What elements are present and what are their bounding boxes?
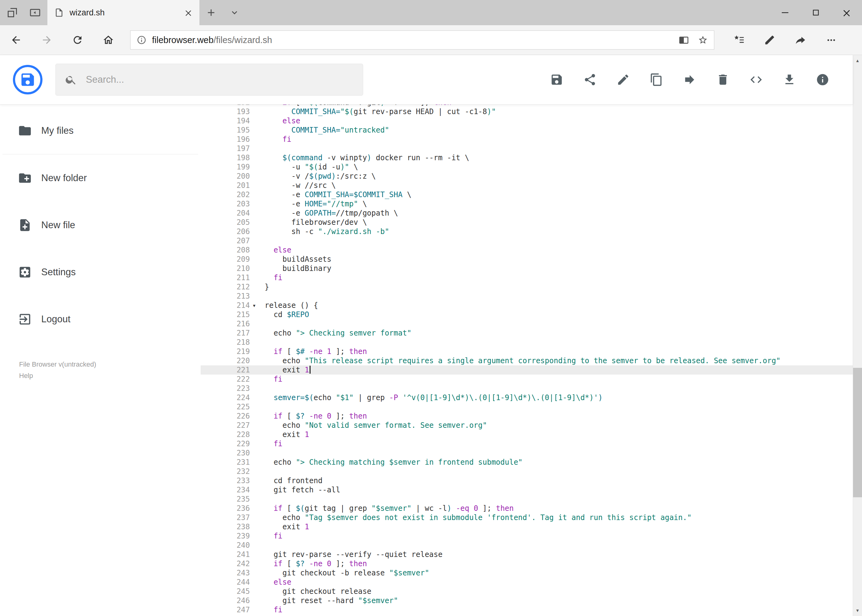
sidebar-item-new-folder[interactable]: New folder	[0, 154, 201, 201]
code-editor[interactable]: 192 if [ "$(command -v git)" != "" ]; th…	[201, 105, 853, 616]
set-tabs-aside-button[interactable]	[29, 6, 41, 19]
file-browser-logo[interactable]	[13, 65, 43, 94]
code-line[interactable]: 238 exit 1	[201, 522, 853, 531]
back-button[interactable]	[4, 28, 28, 52]
sidebar-item-my-files[interactable]: My files	[0, 107, 201, 154]
maximize-button[interactable]	[801, 0, 831, 25]
code-line[interactable]: 205 filebrowser/dev \	[201, 218, 853, 227]
code-line[interactable]: 206 sh -c "./wizard.sh -b"	[201, 227, 853, 236]
scrollbar-up-arrow[interactable]: ▲	[853, 55, 862, 66]
tab-list-chevron-button[interactable]	[223, 0, 246, 25]
code-line[interactable]: 210 buildBinary	[201, 264, 853, 273]
code-line[interactable]: 195 COMMIT_SHA="untracked"	[201, 126, 853, 135]
code-line[interactable]: 228 exit 1	[201, 430, 853, 439]
address-bar[interactable]: filebrowser.web/files/wizard.sh	[130, 30, 714, 50]
scrollbar-down-arrow[interactable]: ▼	[853, 605, 862, 616]
code-line[interactable]: 211 fi	[201, 273, 853, 282]
code-line[interactable]: 203 -e HOME="//tmp" \	[201, 199, 853, 209]
code-line[interactable]: 237 echo "Tag $semver does not exist in …	[201, 513, 853, 522]
code-line[interactable]: 243 git checkout -b release "$semver"	[201, 568, 853, 578]
forward-button[interactable]	[35, 28, 58, 52]
search-input[interactable]	[86, 74, 354, 85]
code-line[interactable]: 235	[201, 495, 853, 504]
copy-button[interactable]	[646, 70, 666, 90]
browser-tab[interactable]: wizard.sh	[47, 0, 199, 25]
download-button[interactable]	[780, 70, 799, 90]
code-line[interactable]: 207	[201, 236, 853, 245]
code-line[interactable]: 193 COMMIT_SHA="$(git rev-parse HEAD | c…	[201, 107, 853, 116]
code-line[interactable]: 220 echo "This release script requires a…	[201, 356, 853, 365]
page-scrollbar[interactable]: ▲ ▼	[853, 55, 862, 616]
code-line[interactable]: 227 echo "Not valid semver format. See s…	[201, 421, 853, 430]
code-line[interactable]: 201 -w //src \	[201, 181, 853, 190]
code-line[interactable]: 246 git reset --hard "$semver"	[201, 596, 853, 605]
code-line[interactable]: 204 -e GOPATH=//tmp/gopath \	[201, 209, 853, 218]
sidebar-item-logout[interactable]: Logout	[0, 295, 201, 343]
code-line[interactable]: 234 git fetch --all	[201, 485, 853, 495]
more-options-button[interactable]	[819, 28, 843, 52]
code-line[interactable]: 231 echo "> Checking matching $semver in…	[201, 457, 853, 467]
code-line[interactable]: 236 if [ $(git tag | grep "$semver" | wc…	[201, 504, 853, 513]
tab-close-button[interactable]	[184, 8, 193, 17]
edit-button[interactable]	[613, 70, 633, 90]
new-tab-button[interactable]	[199, 0, 223, 25]
code-line[interactable]: 214▾release () {	[201, 301, 853, 310]
code-line[interactable]: 218	[201, 338, 853, 347]
code-line[interactable]: 221 exit 1	[201, 365, 853, 375]
code-line[interactable]: 212}	[201, 282, 853, 292]
code-line[interactable]: 222 fi	[201, 375, 853, 384]
code-line[interactable]: 244 else	[201, 578, 853, 587]
scrollbar-track[interactable]	[853, 66, 862, 605]
code-line[interactable]: 233 cd frontend	[201, 476, 853, 485]
refresh-button[interactable]	[66, 28, 89, 52]
code-line[interactable]: 239 fi	[201, 531, 853, 541]
code-line[interactable]: 192 if [ "$(command -v git)" != "" ]; th…	[201, 105, 853, 107]
code-line[interactable]: 232	[201, 467, 853, 476]
reading-view-button[interactable]	[679, 35, 689, 45]
sidebar-item-settings[interactable]: Settings	[0, 248, 201, 295]
info-button[interactable]	[813, 70, 832, 90]
code-line[interactable]: 197	[201, 144, 853, 153]
code-line[interactable]: 199 -u "$(id -u)" \	[201, 162, 853, 171]
code-line[interactable]: 240	[201, 541, 853, 550]
code-line[interactable]: 217 echo "> Checking semver format"	[201, 328, 853, 338]
share-button[interactable]	[580, 70, 600, 90]
help-link[interactable]: Help	[19, 370, 201, 381]
code-line[interactable]: 215 cd $REPO	[201, 310, 853, 319]
code-view-button[interactable]	[746, 70, 766, 90]
add-favorite-button[interactable]	[698, 35, 708, 45]
fold-marker-icon[interactable]: ▾	[250, 301, 265, 310]
code-line[interactable]: 230	[201, 448, 853, 457]
save-button[interactable]	[547, 70, 567, 90]
code-line[interactable]: 229 fi	[201, 439, 853, 448]
tab-preview-button[interactable]	[6, 6, 19, 19]
move-button[interactable]	[680, 70, 700, 90]
code-line[interactable]: 216	[201, 319, 853, 328]
code-line[interactable]: 245 git checkout release	[201, 587, 853, 596]
code-line[interactable]: 242 if [ $? -ne 0 ]; then	[201, 559, 853, 568]
search-box[interactable]	[55, 64, 363, 96]
delete-button[interactable]	[713, 70, 733, 90]
close-window-button[interactable]	[831, 0, 862, 25]
code-line[interactable]: 247 fi	[201, 605, 853, 614]
code-line[interactable]: 209 buildAssets	[201, 255, 853, 264]
code-line[interactable]: 241 git rev-parse --verify --quiet relea…	[201, 550, 853, 559]
code-line[interactable]: 226 if [ $? -ne 0 ]; then	[201, 412, 853, 421]
code-line[interactable]: 196 fi	[201, 135, 853, 144]
minimize-button[interactable]	[770, 0, 801, 25]
sidebar-item-new-file[interactable]: New file	[0, 201, 201, 248]
code-line[interactable]: 194 else	[201, 116, 853, 126]
code-line[interactable]: 223	[201, 384, 853, 393]
scrollbar-thumb[interactable]	[853, 368, 862, 497]
code-line[interactable]: 200 -v /$(pwd):/src:z \	[201, 171, 853, 181]
code-line[interactable]: 202 -e COMMIT_SHA=$COMMIT_SHA \	[201, 190, 853, 199]
code-line[interactable]: 208 else	[201, 245, 853, 255]
web-note-button[interactable]	[758, 28, 782, 52]
code-line[interactable]: 224 semver=$(echo "$1" | grep -P '^v(0|[…	[201, 393, 853, 402]
site-info-icon[interactable]	[137, 35, 147, 45]
code-line[interactable]: 213	[201, 292, 853, 301]
code-line[interactable]: 225	[201, 402, 853, 412]
code-line[interactable]: 198 $(command -v winpty) docker run --rm…	[201, 153, 853, 162]
code-line[interactable]: 219 if [ $# -ne 1 ]; then	[201, 347, 853, 356]
share-button[interactable]	[789, 28, 812, 52]
